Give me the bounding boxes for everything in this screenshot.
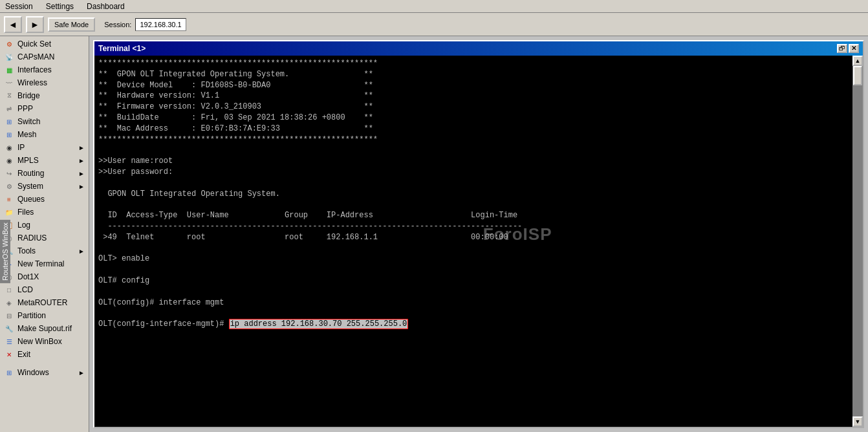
sidebar-label-wireless: Wireless [17, 78, 85, 87]
sidebar-item-wireless[interactable]: 〰Wireless [0, 76, 89, 89]
ppp-icon: ⇌ [4, 103, 14, 114]
capsman-icon: 📡 [4, 52, 14, 62]
windows-arrow: ► [78, 369, 85, 376]
scrollbar-thumb[interactable] [853, 66, 862, 85]
supout-icon: 🔧 [4, 323, 14, 334]
windows-icon: ⊞ [4, 367, 14, 378]
sidebar-item-mpls[interactable]: ◉MPLS► [0, 154, 89, 167]
side-label: RouterOS WinBox [0, 220, 10, 283]
sidebar-label-newterminal: New Terminal [17, 259, 85, 268]
terminal-window: Terminal <1> 🗗 ✕ ***********************… [93, 40, 864, 428]
sidebar-item-windows[interactable]: ⊞ Windows ► [0, 366, 89, 379]
sidebar-label-ppp: PPP [17, 104, 85, 113]
interfaces-icon: ▦ [4, 65, 14, 75]
system-icon: ⚙ [4, 181, 14, 191]
sidebar-item-radius[interactable]: ◎RADIUS [0, 232, 89, 244]
sidebar-label-metarouter: MetaROUTER [17, 298, 85, 307]
menu-settings[interactable]: Settings [43, 2, 76, 11]
terminal-input[interactable]: ip address 192.168.30.70 255.255.255.0 [229, 319, 409, 329]
terminal-body-wrapper: ****************************************… [94, 56, 863, 427]
files-icon: 📁 [4, 207, 14, 217]
terminal-controls: 🗗 ✕ [837, 44, 859, 53]
sidebar-item-newterminal[interactable]: ▶New Terminal [0, 257, 89, 270]
sidebar-item-metarouter[interactable]: ◈MetaROUTER [0, 296, 89, 309]
menu-dashboard[interactable]: Dashboard [84, 2, 127, 11]
sidebar-label-mesh: Mesh [17, 130, 85, 139]
sidebar-item-supout[interactable]: 🔧Make Supout.rif [0, 322, 89, 335]
sidebar-label-dot1x: Dot1X [17, 272, 85, 281]
safe-mode-button[interactable]: Safe Mode [48, 17, 95, 32]
windows-label: Windows [17, 368, 75, 377]
scroll-down-button[interactable]: ▼ [852, 416, 863, 427]
content-area: Terminal <1> 🗗 ✕ ***********************… [89, 36, 868, 432]
sidebar-item-interfaces[interactable]: ▦Interfaces [0, 63, 89, 76]
sidebar-item-dot1x[interactable]: ◎Dot1X [0, 270, 89, 283]
terminal-scrollbar: ▲ ▼ [852, 56, 863, 427]
sidebar-item-exit[interactable]: ✕Exit [0, 348, 89, 361]
sidebar-label-tools: Tools [17, 246, 75, 255]
sidebar-item-partition[interactable]: ⊟Partition [0, 309, 89, 322]
sidebar-item-ppp[interactable]: ⇌PPP [0, 102, 89, 115]
sidebar-item-bridge[interactable]: ⧖Bridge [0, 89, 89, 102]
terminal-restore-button[interactable]: 🗗 [837, 44, 847, 53]
session-label: Session: [104, 21, 131, 28]
sidebar-label-routing: Routing [17, 169, 75, 178]
terminal-close-button[interactable]: ✕ [849, 44, 859, 53]
routing-icon: ↪ [4, 168, 14, 178]
scrollbar-track[interactable] [852, 66, 863, 416]
tools-arrow: ► [78, 248, 85, 255]
switch-icon: ⊞ [4, 116, 14, 127]
mesh-icon: ⊞ [4, 129, 14, 140]
routing-arrow: ► [78, 170, 85, 177]
back-button[interactable]: ◄ [4, 16, 22, 33]
terminal-titlebar: Terminal <1> 🗗 ✕ [94, 41, 863, 56]
menu-session[interactable]: Session [3, 2, 36, 11]
sidebar-item-routing[interactable]: ↪Routing► [0, 167, 89, 180]
sidebar-item-capsman[interactable]: 📡CAPsMAN [0, 50, 89, 63]
sidebar-item-switch[interactable]: ⊞Switch [0, 115, 89, 128]
sidebar-item-mesh[interactable]: ⊞Mesh [0, 128, 89, 141]
sidebar-item-newwinbox[interactable]: ☰New WinBox [0, 335, 89, 348]
sidebar-label-ip: IP [17, 143, 75, 152]
sidebar-item-system[interactable]: ⚙System► [0, 180, 89, 193]
main-area: ⚙Quick Set📡CAPsMAN▦Interfaces〰Wireless⧖B… [0, 36, 868, 432]
sidebar-item-tools[interactable]: 🔧Tools► [0, 244, 89, 257]
sidebar-item-ip[interactable]: ◉IP► [0, 141, 89, 154]
sidebar-label-capsman: CAPsMAN [17, 52, 85, 61]
exit-icon: ✕ [4, 349, 14, 360]
sidebar-item-queues[interactable]: ≡Queues [0, 193, 89, 206]
sidebar-label-log: Log [17, 221, 85, 230]
sidebar-label-bridge: Bridge [17, 91, 85, 100]
sidebar-label-mpls: MPLS [17, 156, 75, 165]
bridge-icon: ⧖ [4, 91, 14, 101]
metarouter-icon: ◈ [4, 297, 14, 308]
wireless-icon: 〰 [4, 78, 14, 88]
sidebar-item-quickset[interactable]: ⚙Quick Set [0, 38, 89, 50]
sidebar-label-files: Files [17, 208, 85, 217]
sidebar-label-system: System [17, 182, 75, 191]
sidebar-label-exit: Exit [17, 350, 85, 359]
sidebar-label-lcd: LCD [17, 285, 85, 294]
sidebar-item-log[interactable]: 📋Log [0, 219, 89, 232]
ip-icon: ◉ [4, 142, 14, 153]
sidebar-label-radius: RADIUS [17, 233, 85, 243]
system-arrow: ► [78, 183, 85, 190]
quickset-icon: ⚙ [4, 39, 14, 49]
session-ip: 192.168.30.1 [135, 18, 186, 31]
queues-icon: ≡ [4, 194, 14, 204]
scroll-up-button[interactable]: ▲ [852, 56, 863, 66]
sidebar-item-lcd[interactable]: □LCD [0, 283, 89, 296]
sidebar-label-switch: Switch [17, 117, 85, 126]
lcd-icon: □ [4, 285, 14, 295]
sidebar-item-files[interactable]: 📁Files [0, 206, 89, 219]
mpls-arrow: ► [78, 157, 85, 164]
sidebar-label-newwinbox: New WinBox [17, 337, 85, 346]
terminal-body[interactable]: ****************************************… [94, 56, 852, 427]
toolbar: ◄ ► Safe Mode Session: 192.168.30.1 [0, 13, 868, 36]
mpls-icon: ◉ [4, 155, 14, 166]
terminal-title: Terminal <1> [98, 44, 146, 53]
sidebar-label-interfaces: Interfaces [17, 65, 85, 74]
newwinbox-icon: ☰ [4, 336, 14, 347]
forward-button[interactable]: ► [26, 16, 44, 33]
sidebar-label-queues: Queues [17, 195, 85, 204]
